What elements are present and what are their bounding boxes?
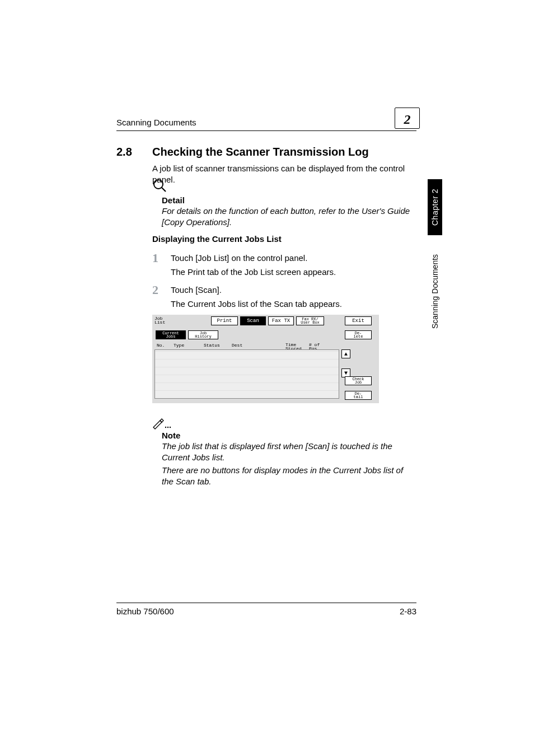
panel-col-type: Type [174, 343, 184, 348]
panel-tab-faxrx[interactable]: Fax RX/ User Box [296, 316, 324, 325]
panel-button-detail[interactable]: De- tail [345, 391, 372, 400]
svg-point-2 [165, 427, 166, 428]
running-head: Scanning Documents [116, 118, 196, 127]
panel-table-area [154, 349, 339, 399]
magnifier-icon [152, 178, 167, 195]
panel-tab-exit[interactable]: Exit [345, 316, 372, 325]
panel-col-no: No. [157, 343, 165, 348]
panel-subtab-current-jobs[interactable]: Current Jobs [156, 330, 186, 339]
panel-tab-print[interactable]: Print [211, 316, 238, 325]
side-tab-title: Scanning Documents [428, 244, 442, 339]
detail-label: Detail [162, 195, 185, 205]
panel-col-status: Status [204, 343, 220, 348]
section-intro: A job list of scanner transmissions can … [152, 163, 416, 186]
chapter-number-badge: 2 [395, 108, 420, 129]
panel-button-check-job[interactable]: Check Job [345, 376, 372, 385]
side-tab-chapter: Chapter 2 [428, 179, 442, 235]
panel-tab-faxtx[interactable]: Fax TX [268, 316, 294, 325]
panel-tab-scan[interactable]: Scan [240, 316, 266, 325]
footer-page-number: 2-83 [400, 606, 416, 616]
panel-col-dest: Dest [232, 343, 242, 348]
subheading: Displaying the Current Jobs List [152, 234, 282, 244]
note-paragraph-2: There are no buttons for display modes i… [162, 465, 416, 488]
panel-subtab-job-history[interactable]: Job History [188, 330, 218, 339]
panel-scroll-up[interactable]: ▲ [341, 349, 350, 358]
svg-point-3 [167, 427, 168, 428]
svg-point-0 [154, 180, 163, 189]
control-panel-screenshot: Job List Print Scan Fax TX Fax RX/ User … [152, 315, 379, 403]
svg-line-1 [162, 188, 166, 192]
pen-icon [152, 417, 171, 432]
panel-button-delete[interactable]: De- lete [345, 330, 372, 339]
svg-point-4 [170, 427, 171, 428]
footer-rule [116, 603, 416, 603]
panel-job-list-label: Job List [154, 317, 165, 325]
section-title: Checking the Scanner Transmission Log [152, 146, 369, 158]
step-1-result: The Print tab of the Job List screen app… [171, 267, 336, 277]
step-2-result: The Current Jobs list of the Scan tab ap… [171, 299, 342, 309]
detail-text: For details on the function of each butt… [162, 206, 416, 228]
note-paragraph-1: The job list that is displayed first whe… [162, 441, 416, 464]
step-1-number: 1 [152, 251, 158, 265]
step-2-number: 2 [152, 283, 158, 297]
step-1-instruction: Touch [Job List] on the control panel. [171, 253, 307, 263]
header-rule [116, 130, 416, 131]
step-2-instruction: Touch [Scan]. [171, 285, 222, 295]
note-label: Note [162, 431, 180, 440]
section-number: 2.8 [116, 146, 132, 158]
footer-model: bizhub 750/600 [116, 606, 174, 616]
